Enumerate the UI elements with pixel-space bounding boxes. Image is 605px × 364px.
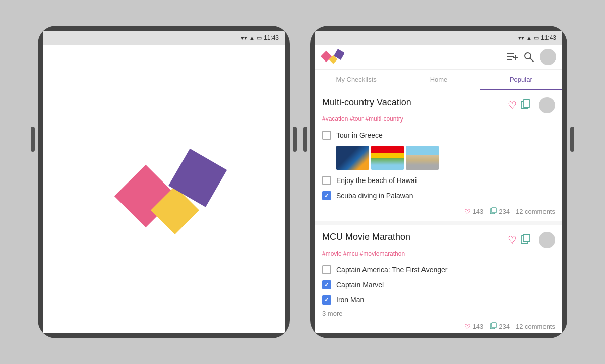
wifi-icon: ▾▾ [241,35,247,41]
card-actions-mcu: ♡ [508,232,555,248]
status-icons-left: ▾▾ ▲ ▭ 11:43 [241,34,279,41]
card-tags-mcu: #movie #mcu #moviemarathon [322,250,555,257]
tab-my-checklists[interactable]: My Checklists [315,70,397,90]
app-logo [321,49,344,65]
checklist-card-vacation: Multi-country Vacation ♡ #vacation #tour… [315,90,562,221]
status-time-left: 11:43 [264,34,279,41]
app-header [315,45,562,70]
status-icons-right: ▾▾ ▲ ▭ 11:43 [518,34,556,41]
like-button-vacation[interactable]: ♡ [508,99,517,111]
card-header-mcu: MCU Movie Marathon ♡ [322,232,555,248]
checklist-item-palawan[interactable]: Scuba diving in Palawan [322,188,555,203]
right-side-button [293,127,297,152]
item-label-captain-marvel: Captain Marvel [336,281,384,289]
left-phone-screen: ▾▾ ▲ ▭ 11:43 [43,31,285,333]
svg-line-12 [530,58,533,62]
card-footer-mcu: ♡ 143 234 12 comments [322,318,555,331]
thumb-tulips [371,146,404,170]
svg-rect-16 [492,208,496,213]
copies-stat-vacation: 234 [490,207,510,216]
footer-copy-icon-mcu [490,322,497,331]
likes-stat-vacation: ♡ 143 [464,208,484,216]
checklist-item-captain-marvel[interactable]: Captain Marvel [322,277,555,292]
like-button-mcu[interactable]: ♡ [508,234,517,246]
right-phone-right-button [570,127,574,152]
status-bar-right: ▾▾ ▲ ▭ 11:43 [315,31,562,45]
card-tags-vacation: #vacation #tour #multi-country [322,115,555,123]
likes-stat-mcu: ♡ 143 [464,323,484,331]
right-phone-left-button [303,127,307,152]
comments-count-mcu: 12 comments [516,323,555,330]
checklist-item-cap[interactable]: Captain America: The First Avenger [322,262,555,277]
add-list-icon [507,52,518,62]
checklist-item-greece[interactable]: Tour in Greece [322,128,555,143]
footer-heart-icon-vacation: ♡ [464,208,471,216]
right-phone-screen: ▾▾ ▲ ▭ 11:43 [315,31,562,333]
card-avatar-mcu [539,232,555,248]
svg-rect-20 [492,323,496,328]
item-label-hawaii: Enjoy the beach of Hawaii [336,176,418,185]
svg-rect-18 [523,234,530,242]
wifi-icon-right: ▾▾ [518,35,524,41]
checkbox-palawan[interactable] [322,191,331,200]
left-phone: ▾▾ ▲ ▭ 11:43 [38,26,290,338]
copy-button-mcu[interactable] [521,234,531,247]
likes-count-mcu: 143 [473,323,484,330]
item-label-cap: Captain America: The First Avenger [336,266,447,274]
status-time-right: 11:43 [541,34,556,41]
card-title-vacation: Multi-country Vacation [322,97,508,108]
copies-count-vacation: 234 [499,208,510,215]
card-actions-vacation: ♡ [508,97,555,113]
checkbox-cap[interactable] [322,265,331,274]
svg-point-11 [525,53,531,59]
logo-graphic [98,134,229,245]
search-button[interactable] [524,52,534,62]
signal-icon-right: ▲ [526,35,532,41]
checklist-card-mcu: MCU Movie Marathon ♡ #movie #mcu #moviem… [315,225,562,333]
checklist-item-iron-man[interactable]: Iron Man [322,292,555,308]
item-label-iron-man: Iron Man [336,296,364,304]
copy-button-vacation[interactable] [521,99,531,112]
copy-icon-mcu [521,234,531,244]
left-side-button [31,127,35,152]
copies-stat-mcu: 234 [490,322,510,331]
battery-icon-right: ▭ [534,35,539,41]
checkbox-captain-marvel[interactable] [322,280,331,289]
logo-screen [43,45,285,333]
image-row-vacation [336,146,555,170]
copy-icon-vacation [521,99,531,109]
add-list-button[interactable] [507,52,518,62]
thumb-acropolis [406,146,439,170]
header-logo-svg [321,49,344,65]
checkbox-iron-man[interactable] [322,295,331,305]
status-bar-left: ▾▾ ▲ ▭ 11:43 [43,31,285,45]
footer-heart-icon-mcu: ♡ [464,323,471,331]
right-phone: ▾▾ ▲ ▭ 11:43 [310,26,567,338]
user-avatar[interactable] [540,49,556,65]
item-label-palawan: Scuba diving in Palawan [336,192,413,200]
checkbox-hawaii[interactable] [322,176,331,185]
tab-bar: My Checklists Home Popular [315,70,562,90]
tab-popular[interactable]: Popular [480,70,562,90]
signal-icon: ▲ [249,35,255,41]
header-actions [507,49,556,65]
likes-count-vacation: 143 [473,208,484,215]
checklist-item-hawaii[interactable]: Enjoy the beach of Hawaii [322,173,555,188]
search-icon [524,52,534,62]
checkbox-greece[interactable] [322,131,331,140]
more-text-mcu[interactable]: 3 more [322,308,555,318]
card-avatar-vacation [539,97,555,113]
copies-count-mcu: 234 [499,323,510,330]
card-footer-vacation: ♡ 143 234 12 comments [322,203,555,216]
footer-copy-icon-vacation [490,207,497,216]
thumb-ferris-wheel [336,146,369,170]
copy-icon-small-mcu [490,322,497,329]
tab-home[interactable]: Home [397,70,479,90]
svg-rect-14 [523,100,530,107]
item-label-greece: Tour in Greece [336,131,383,139]
battery-icon: ▭ [257,35,262,41]
comments-count-vacation: 12 comments [516,208,555,215]
logo-svg-large [98,134,229,245]
copy-icon-small-vacation [490,207,497,214]
content-scroll[interactable]: Multi-country Vacation ♡ #vacation #tour… [315,90,562,333]
